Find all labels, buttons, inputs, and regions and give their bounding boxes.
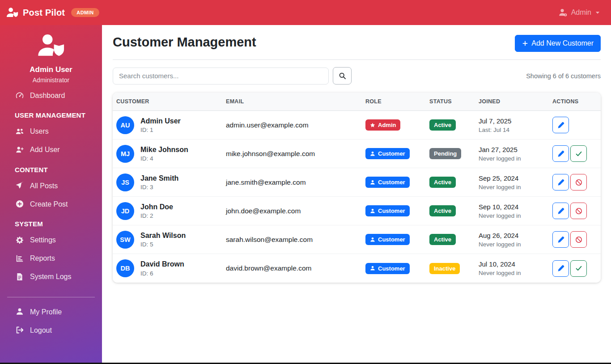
column-header-role: ROLE [362, 98, 426, 105]
customer-row: JS Jane Smith ID: 3 jane.smith@example.c… [113, 168, 601, 197]
sidebar-item-my-profile[interactable]: My Profile [0, 303, 102, 321]
customer-email: admin.user@example.com [222, 121, 362, 129]
customer-name: Jane Smith [140, 174, 178, 182]
edit-customer-button[interactable] [552, 203, 569, 219]
customer-row: MJ Mike Johnson ID: 4 mike.johnson@examp… [113, 140, 601, 168]
sidebar-item-label: Settings [30, 236, 56, 244]
joined-cell: Jul 10, 2024 Never logged in [475, 260, 549, 276]
actions-cell [549, 117, 601, 133]
last-login-text: Never logged in [479, 241, 545, 248]
sidebar-item-settings[interactable]: Settings [0, 231, 102, 249]
slash-circle-icon [575, 207, 582, 215]
customer-email: mike.johnson@example.com [222, 150, 362, 158]
status-badge: Inactive [429, 263, 460, 274]
joined-date: Aug 26, 2024 [479, 232, 545, 239]
joined-cell: Sep 10, 2024 Never logged in [475, 203, 549, 219]
column-header-email: EMAIL [222, 98, 362, 105]
check-icon [575, 150, 582, 157]
customer-cell: SW Sarah Wilson ID: 5 [113, 231, 222, 249]
sidebar-item-system-logs[interactable]: System Logs [0, 267, 102, 286]
customer-email: sarah.wilson@example.com [222, 236, 362, 244]
edit-customer-button[interactable] [552, 174, 569, 190]
role-badge: Customer [365, 205, 410, 216]
customer-name: John Doe [140, 203, 173, 211]
person-icon [370, 208, 375, 214]
search-input[interactable] [113, 68, 329, 85]
edit-customer-button[interactable] [552, 117, 569, 133]
role-badge: Customer [365, 234, 410, 245]
role-cell: Customer [362, 148, 426, 159]
actions-cell [549, 260, 601, 277]
top-navbar: Post Pilot ADMIN Admin [0, 0, 611, 25]
sidebar-item-reports[interactable]: Reports [0, 249, 102, 267]
last-login-text: Never logged in [479, 155, 545, 162]
customer-email: david.brown@example.com [222, 264, 362, 272]
search-button[interactable] [333, 67, 352, 85]
check-icon [575, 265, 582, 272]
brand[interactable]: Post Pilot ADMIN [6, 7, 99, 19]
role-cell: Admin [362, 119, 426, 131]
people-icon [16, 127, 24, 135]
role-cell: Customer [362, 234, 426, 245]
profile-name: Admin User [0, 65, 102, 74]
gear-icon [16, 236, 24, 244]
person-icon [370, 266, 375, 271]
edit-customer-button[interactable] [552, 260, 569, 277]
role-cell: Customer [362, 263, 426, 274]
sidebar-item-label: Users [30, 127, 49, 135]
activate-customer-button[interactable] [570, 145, 587, 162]
sidebar-item-label: Reports [30, 254, 55, 262]
brand-name: Post Pilot [23, 8, 65, 18]
pencil-icon [557, 207, 564, 215]
sidebar-item-add-user[interactable]: Add User [0, 140, 102, 159]
status-badge: Active [429, 205, 456, 216]
deactivate-customer-button[interactable] [570, 174, 587, 190]
customer-id: ID: 3 [140, 184, 178, 190]
sidebar-item-dashboard[interactable]: Dashboard [0, 86, 102, 105]
pencil-icon [557, 265, 564, 272]
actions-cell [549, 174, 601, 190]
person-shield-icon [37, 32, 65, 60]
send-icon [16, 182, 24, 190]
joined-date: Sep 10, 2024 [479, 203, 545, 211]
sidebar-item-all-posts[interactable]: All Posts [0, 177, 102, 195]
edit-customer-button[interactable] [552, 145, 569, 162]
sidebar-item-create-post[interactable]: Create Post [0, 195, 102, 213]
customer-name: Mike Johnson [140, 145, 188, 154]
slash-circle-icon [575, 236, 582, 243]
search-icon [339, 72, 346, 80]
user-menu-dropdown[interactable]: Admin [559, 8, 600, 17]
customer-email: john.doe@example.com [222, 207, 362, 215]
edit-customer-button[interactable] [552, 231, 569, 248]
customers-table: CUSTOMER EMAIL ROLE STATUS JOINED ACTION… [113, 93, 601, 283]
column-header-customer: CUSTOMER [113, 98, 222, 105]
page-title: Customer Management [113, 35, 256, 50]
main-content: Customer Management Add New Customer Sho… [102, 25, 611, 363]
speedometer-icon [16, 92, 24, 100]
actions-cell [549, 231, 601, 248]
status-cell: Pending [426, 148, 475, 159]
profile-role: Administrator [0, 76, 102, 84]
file-text-icon [16, 273, 24, 281]
person-icon [370, 180, 375, 185]
activate-customer-button[interactable] [570, 260, 587, 277]
sidebar-item-users[interactable]: Users [0, 122, 102, 140]
sidebar-item-label: Logout [30, 326, 52, 334]
admin-badge: ADMIN [71, 8, 99, 17]
customer-id: ID: 5 [140, 241, 186, 248]
role-badge: Customer [365, 263, 410, 274]
actions-cell [549, 145, 601, 162]
last-login-text: Never logged in [479, 212, 545, 219]
avatar: JD [116, 202, 134, 220]
pencil-icon [557, 179, 564, 186]
status-badge: Active [429, 234, 456, 245]
status-cell: Active [426, 234, 475, 245]
deactivate-customer-button[interactable] [570, 231, 587, 248]
deactivate-customer-button[interactable] [570, 203, 587, 219]
customer-name: Sarah Wilson [140, 231, 186, 240]
role-badge: Admin [365, 119, 400, 131]
sidebar-footer-nav: My ProfileLogout [0, 303, 102, 339]
add-new-customer-button[interactable]: Add New Customer [515, 35, 601, 52]
sidebar-item-logout[interactable]: Logout [0, 321, 102, 339]
avatar: DB [116, 259, 134, 277]
